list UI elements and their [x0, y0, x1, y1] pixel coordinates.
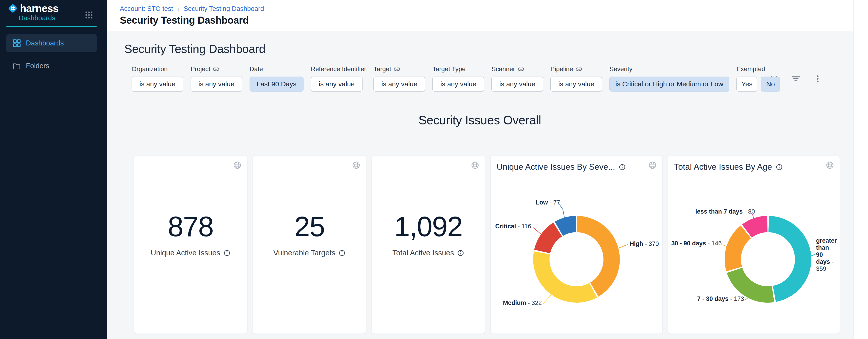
label-connector — [533, 228, 541, 234]
stat-label: Vulnerable Targets — [273, 249, 345, 257]
filters-button[interactable] — [789, 73, 802, 85]
filter-target-type-dropdown[interactable]: is any value — [432, 77, 484, 91]
grid-menu-icon[interactable] — [84, 10, 93, 20]
filter-label: Reference Identifier — [311, 65, 366, 73]
info-icon[interactable] — [339, 250, 345, 256]
card-vulnerable-targets: 25 Vulnerable Targets — [253, 156, 366, 334]
card-total-issues-by-age: Total Active Issues By Age greater than … — [668, 156, 840, 334]
globe-icon — [352, 161, 361, 169]
filter-pipeline-dropdown[interactable]: is any value — [550, 77, 602, 91]
sidebar: harness Dashboards Dashboards Folders — [0, 0, 106, 339]
filter-label: Pipeline — [550, 65, 573, 73]
globe-icon — [471, 161, 479, 169]
filter-label: Severity — [609, 65, 632, 73]
stat-label-text: Unique Active Issues — [151, 249, 220, 257]
filter-label: Exempted — [736, 65, 765, 73]
filter-severity: Severity is Critical or High or Medium o… — [609, 65, 729, 91]
chart-segment-label: Low - 77 — [536, 199, 560, 206]
brand-row: harness — [7, 2, 58, 15]
info-icon[interactable] — [223, 250, 230, 256]
globe-icon — [233, 161, 242, 169]
filter-date-dropdown[interactable]: Last 90 Days — [250, 77, 304, 91]
page-title: Security Testing Dashboard — [120, 15, 249, 26]
link-icon — [213, 66, 219, 72]
filter-scanner-dropdown[interactable]: is any value — [491, 77, 543, 91]
chart-segment-label: 7 - 30 days - 173 — [697, 295, 744, 303]
chart-segment-label: 30 - 90 days - 146 — [671, 240, 722, 247]
sidebar-nav: Dashboards Folders — [6, 34, 97, 80]
info-icon[interactable] — [457, 250, 464, 256]
stat-value: 1,092 — [394, 210, 462, 243]
label-connector — [811, 254, 816, 256]
severity-donut-chart[interactable]: High - 370Medium - 322Critical - 116Low … — [491, 156, 662, 334]
harness-logo-icon — [7, 2, 19, 14]
brand-name: harness — [20, 2, 58, 15]
exempted-no-button[interactable]: No — [761, 77, 780, 91]
filter-label: Target Type — [432, 65, 466, 73]
breadcrumb-dashboard-link[interactable]: Security Testing Dashboard — [184, 5, 264, 12]
filter-label: Project — [191, 65, 210, 73]
stat-value: 25 — [294, 210, 324, 243]
filter-date: Date Last 90 Days — [250, 65, 304, 91]
kebab-menu-icon — [813, 74, 823, 84]
link-icon — [394, 66, 400, 72]
label-connector — [722, 245, 727, 247]
card-unique-active-issues: 878 Unique Active Issues — [134, 156, 247, 334]
sidebar-item-dashboards[interactable]: Dashboards — [6, 34, 97, 52]
more-options-button[interactable] — [811, 73, 824, 85]
scrollbar-track[interactable] — [853, 0, 868, 339]
link-icon — [518, 66, 524, 72]
filter-exempted: Exempted Yes No — [736, 65, 780, 91]
filter-scanner: Scanner is any value — [491, 65, 543, 91]
label-connector — [544, 295, 551, 304]
breadcrumb: Account: STO test › Security Testing Das… — [120, 5, 264, 12]
stat-label-text: Total Active Issues — [393, 249, 454, 257]
label-connector — [559, 204, 564, 218]
card-unique-issues-by-severity: Unique Active Issues By Seve... High - 3… — [491, 156, 662, 334]
sidebar-item-label: Dashboards — [26, 39, 64, 47]
filter-project: Project is any value — [191, 65, 242, 91]
cards-row: 878 Unique Active Issues 25 Vulnerable T… — [134, 156, 840, 334]
dashboards-icon — [13, 39, 21, 47]
chart-segment-label: greater than 90 days - 359 — [816, 237, 835, 273]
filter-reference-identifier: Reference Identifier is any value — [311, 65, 366, 91]
label-connector — [745, 297, 749, 300]
filter-organization-dropdown[interactable]: is any value — [132, 77, 183, 91]
filter-label: Scanner — [491, 65, 515, 73]
stat-label: Unique Active Issues — [151, 249, 230, 257]
stat-label-text: Vulnerable Targets — [273, 249, 335, 257]
sidebar-item-folders[interactable]: Folders — [6, 57, 97, 75]
filter-icon — [791, 74, 801, 84]
filter-label: Organization — [132, 65, 168, 73]
filter-organization: Organization is any value — [132, 65, 183, 91]
sidebar-item-label: Folders — [26, 62, 49, 70]
link-icon — [576, 66, 582, 72]
filter-label: Target — [373, 65, 391, 73]
stat-value: 878 — [168, 210, 214, 243]
exempted-yes-button[interactable]: Yes — [736, 77, 757, 91]
chart-segment-label: Critical - 116 — [495, 223, 531, 230]
filter-reference-identifier-dropdown[interactable]: is any value — [311, 77, 363, 91]
filter-target: Target is any value — [373, 65, 425, 91]
stat-label: Total Active Issues — [393, 249, 464, 257]
dashboard-content: Security Testing Dashboard Organization … — [106, 32, 853, 339]
filter-severity-dropdown[interactable]: is Critical or High or Medium or Low — [609, 77, 729, 91]
chevron-separator-icon: › — [177, 5, 180, 12]
folder-icon — [13, 62, 21, 70]
chart-segment-label: Medium - 322 — [503, 300, 542, 307]
module-label: Dashboards — [19, 14, 55, 22]
filter-project-dropdown[interactable]: is any value — [191, 77, 242, 91]
filter-label: Date — [250, 65, 263, 73]
breadcrumb-account-link[interactable]: Account: STO test — [120, 5, 173, 12]
filter-pipeline: Pipeline is any value — [550, 65, 602, 91]
sidebar-accent-divider — [6, 26, 97, 27]
filter-bar: Organization is any value Project is any… — [132, 65, 780, 91]
chart-segment-label: High - 370 — [629, 241, 659, 248]
dashboard-panel-title: Security Testing Dashboard — [124, 42, 266, 56]
filter-target-dropdown[interactable]: is any value — [373, 77, 425, 91]
filter-target-type: Target Type is any value — [432, 65, 484, 91]
section-title: Security Issues Overall — [106, 113, 853, 127]
card-total-active-issues: 1,092 Total Active Issues — [372, 156, 485, 334]
age-donut-chart[interactable]: greater than 90 days - 3597 - 30 days - … — [668, 156, 840, 334]
top-header: Account: STO test › Security Testing Das… — [106, 0, 853, 31]
